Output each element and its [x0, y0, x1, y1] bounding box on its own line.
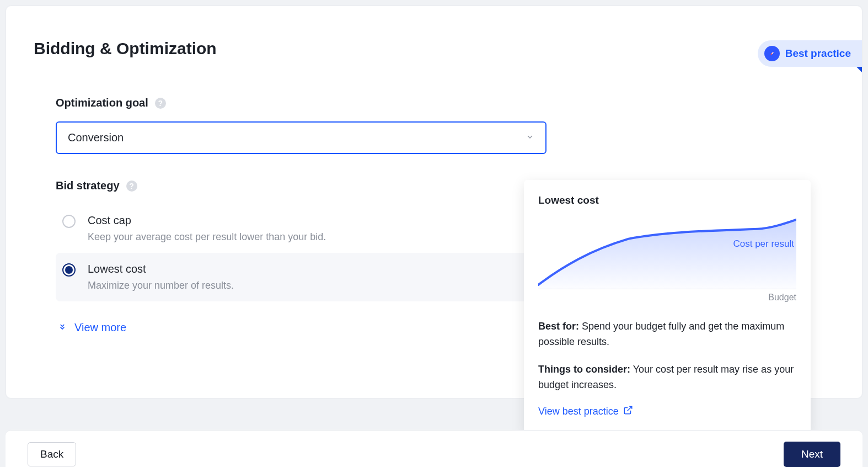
radio-lowest-cost[interactable]: Lowest cost Maximize your number of resu… — [56, 253, 546, 301]
radio-desc: Maximize your number of results. — [88, 280, 234, 291]
page-title: Bidding & Optimization — [34, 39, 834, 58]
tooltip-best-for: Best for: Spend your budget fully and ge… — [538, 319, 796, 350]
chart-series-label: Cost per result — [733, 238, 794, 250]
next-button[interactable]: Next — [784, 442, 840, 467]
double-chevron-down-icon — [58, 321, 67, 334]
help-icon[interactable]: ? — [126, 181, 137, 192]
svg-line-1 — [627, 406, 631, 411]
radio-content: Cost cap Keep your average cost per resu… — [88, 214, 326, 243]
best-for-label: Best for: — [538, 321, 579, 332]
best-practice-label: Best practice — [785, 47, 851, 60]
view-more-label: View more — [74, 321, 126, 334]
x-axis-label: Budget — [538, 293, 796, 303]
compass-icon — [764, 46, 780, 61]
optimization-goal-value: Conversion — [68, 131, 124, 144]
radio-indicator — [62, 215, 76, 228]
bid-strategy-section: Bid strategy ? Cost cap Keep your averag… — [56, 179, 546, 301]
radio-title: Cost cap — [88, 214, 326, 227]
radio-dot — [65, 266, 73, 274]
chevron-down-icon — [526, 131, 534, 144]
optimization-goal-select[interactable]: Conversion — [56, 121, 546, 154]
consider-label: Things to consider: — [538, 364, 630, 375]
lowest-cost-tooltip: Lowest cost Cost per result Budget Best … — [524, 180, 811, 434]
tooltip-consider: Things to consider: Your cost per result… — [538, 362, 796, 393]
bid-strategy-label: Bid strategy — [56, 179, 120, 192]
radio-cost-cap[interactable]: Cost cap Keep your average cost per resu… — [56, 204, 546, 253]
radio-desc: Keep your average cost per result lower … — [88, 231, 326, 243]
view-best-practice-link[interactable]: View best practice — [538, 405, 796, 418]
bid-strategy-label-row: Bid strategy ? — [56, 179, 546, 192]
footer-bar: Back Next — [6, 430, 862, 467]
radio-title: Lowest cost — [88, 263, 234, 275]
back-button[interactable]: Back — [28, 442, 76, 466]
help-icon[interactable]: ? — [155, 98, 166, 109]
radio-content: Lowest cost Maximize your number of resu… — [88, 263, 234, 291]
form-content: Optimization goal ? Conversion Bid strat… — [34, 97, 546, 334]
link-text: View best practice — [538, 406, 619, 417]
best-practice-pill[interactable]: Best practice — [758, 40, 862, 67]
cost-chart: Cost per result — [538, 212, 796, 289]
optimization-goal-label: Optimization goal — [56, 97, 148, 109]
optimization-goal-label-row: Optimization goal ? — [56, 97, 546, 109]
view-more-button[interactable]: View more — [56, 321, 546, 334]
tooltip-title: Lowest cost — [538, 194, 796, 206]
pill-corner-decoration — [856, 67, 862, 72]
external-link-icon — [623, 405, 633, 418]
radio-indicator — [62, 263, 76, 277]
